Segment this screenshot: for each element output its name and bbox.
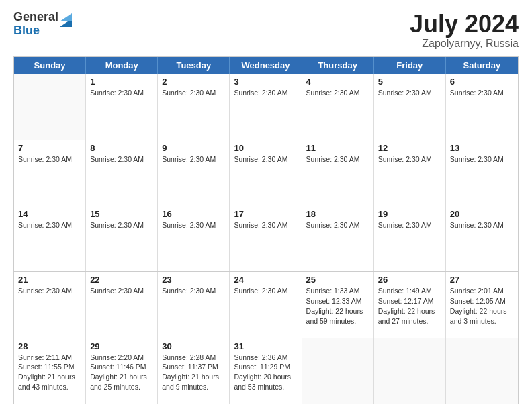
calendar-cell bbox=[374, 338, 446, 404]
cell-info: Sunrise: 2:30 AM bbox=[162, 286, 225, 296]
cell-info: Sunrise: 2:30 AM bbox=[306, 154, 369, 165]
day-number: 19 bbox=[378, 209, 441, 219]
day-number: 16 bbox=[162, 209, 225, 219]
title-block: July 2024 Zapolyarnyy, Russia bbox=[410, 11, 519, 50]
logo-text: General Blue bbox=[13, 11, 58, 38]
page: General Blue July 2024 Zapolyarnyy, Russ… bbox=[0, 0, 532, 411]
calendar-cell: 8Sunrise: 2:30 AM bbox=[86, 140, 158, 205]
day-number: 28 bbox=[18, 341, 81, 351]
calendar: SundayMondayTuesdayWednesdayThursdayFrid… bbox=[13, 56, 519, 404]
cell-info: Sunrise: 2:30 AM bbox=[234, 286, 297, 296]
day-number: 20 bbox=[450, 209, 514, 219]
day-number: 8 bbox=[90, 143, 153, 153]
day-number: 2 bbox=[162, 77, 225, 87]
header: General Blue July 2024 Zapolyarnyy, Russ… bbox=[13, 11, 519, 50]
calendar-row: 7Sunrise: 2:30 AM8Sunrise: 2:30 AM9Sunri… bbox=[14, 140, 518, 205]
calendar-body: 1Sunrise: 2:30 AM2Sunrise: 2:30 AM3Sunri… bbox=[14, 74, 518, 404]
calendar-cell: 24Sunrise: 2:30 AM bbox=[230, 272, 302, 337]
cal-header-cell: Monday bbox=[86, 57, 158, 74]
cell-info: Sunrise: 2:30 AM bbox=[234, 154, 297, 165]
logo-icon bbox=[60, 12, 72, 27]
calendar-cell: 31Sunrise: 2:36 AMSunset: 11:29 PMDaylig… bbox=[230, 338, 302, 404]
calendar-cell: 12Sunrise: 2:30 AM bbox=[374, 140, 446, 205]
day-number: 29 bbox=[90, 341, 153, 351]
calendar-cell: 3Sunrise: 2:30 AM bbox=[230, 74, 302, 140]
cal-header-cell: Saturday bbox=[446, 57, 518, 74]
calendar-cell: 9Sunrise: 2:30 AM bbox=[158, 140, 230, 205]
calendar-cell: 25Sunrise: 1:33 AMSunset: 12:33 AMDaylig… bbox=[302, 272, 374, 337]
cell-info: Sunrise: 2:30 AM bbox=[162, 88, 225, 98]
cell-info: Sunrise: 2:30 AM bbox=[90, 88, 153, 98]
calendar-header: SundayMondayTuesdayWednesdayThursdayFrid… bbox=[14, 57, 518, 74]
main-title: July 2024 bbox=[410, 11, 519, 38]
calendar-cell: 10Sunrise: 2:30 AM bbox=[230, 140, 302, 205]
cell-info: Sunrise: 2:30 AM bbox=[378, 88, 441, 98]
day-number: 9 bbox=[162, 143, 225, 153]
day-number: 12 bbox=[378, 143, 441, 153]
cell-info: Sunrise: 2:30 AM bbox=[90, 286, 153, 296]
calendar-cell: 30Sunrise: 2:28 AMSunset: 11:37 PMDaylig… bbox=[158, 338, 230, 404]
calendar-row: 21Sunrise: 2:30 AM22Sunrise: 2:30 AM23Su… bbox=[14, 271, 518, 337]
cal-header-cell: Tuesday bbox=[158, 57, 230, 74]
day-number: 7 bbox=[18, 143, 81, 153]
day-number: 22 bbox=[90, 275, 153, 285]
svg-marker-1 bbox=[60, 13, 72, 21]
calendar-cell: 20Sunrise: 2:30 AM bbox=[446, 206, 518, 271]
day-number: 1 bbox=[90, 77, 153, 87]
day-number: 5 bbox=[378, 77, 441, 87]
cell-info: Sunrise: 2:30 AM bbox=[306, 220, 369, 230]
calendar-cell: 28Sunrise: 2:11 AMSunset: 11:55 PMDaylig… bbox=[14, 338, 86, 404]
calendar-cell bbox=[14, 74, 86, 140]
cell-info: Sunrise: 2:36 AMSunset: 11:29 PMDaylight… bbox=[234, 353, 297, 392]
calendar-row: 28Sunrise: 2:11 AMSunset: 11:55 PMDaylig… bbox=[14, 338, 518, 404]
cell-info: Sunrise: 1:33 AMSunset: 12:33 AMDaylight… bbox=[306, 286, 369, 326]
day-number: 21 bbox=[18, 275, 81, 285]
calendar-cell: 13Sunrise: 2:30 AM bbox=[446, 140, 518, 205]
cell-info: Sunrise: 2:30 AM bbox=[90, 154, 153, 165]
calendar-cell: 15Sunrise: 2:30 AM bbox=[86, 206, 158, 271]
calendar-cell: 19Sunrise: 2:30 AM bbox=[374, 206, 446, 271]
day-number: 15 bbox=[90, 209, 153, 219]
day-number: 25 bbox=[306, 275, 369, 285]
cal-header-cell: Thursday bbox=[302, 57, 374, 74]
logo-general-text: General bbox=[13, 11, 58, 24]
calendar-cell bbox=[446, 338, 518, 404]
day-number: 14 bbox=[18, 209, 81, 219]
calendar-cell: 26Sunrise: 1:49 AMSunset: 12:17 AMDaylig… bbox=[374, 272, 446, 337]
day-number: 11 bbox=[306, 143, 369, 153]
subtitle: Zapolyarnyy, Russia bbox=[410, 38, 519, 50]
calendar-cell: 21Sunrise: 2:30 AM bbox=[14, 272, 86, 337]
day-number: 30 bbox=[162, 341, 225, 351]
cell-info: Sunrise: 2:30 AM bbox=[306, 88, 369, 98]
cell-info: Sunrise: 2:30 AM bbox=[234, 88, 297, 98]
day-number: 17 bbox=[234, 209, 297, 219]
cell-info: Sunrise: 1:49 AMSunset: 12:17 AMDaylight… bbox=[378, 286, 441, 326]
calendar-cell: 27Sunrise: 2:01 AMSunset: 12:05 AMDaylig… bbox=[446, 272, 518, 337]
cell-info: Sunrise: 2:30 AM bbox=[378, 154, 441, 165]
calendar-cell: 17Sunrise: 2:30 AM bbox=[230, 206, 302, 271]
cal-header-cell: Sunday bbox=[14, 57, 86, 74]
cell-info: Sunrise: 2:30 AM bbox=[450, 220, 514, 230]
calendar-cell: 29Sunrise: 2:20 AMSunset: 11:46 PMDaylig… bbox=[86, 338, 158, 404]
calendar-cell: 2Sunrise: 2:30 AM bbox=[158, 74, 230, 140]
day-number: 10 bbox=[234, 143, 297, 153]
calendar-cell: 4Sunrise: 2:30 AM bbox=[302, 74, 374, 140]
calendar-cell: 14Sunrise: 2:30 AM bbox=[14, 206, 86, 271]
logo-blue-text: Blue bbox=[13, 24, 58, 38]
cell-info: Sunrise: 2:30 AM bbox=[234, 220, 297, 230]
cell-info: Sunrise: 2:30 AM bbox=[18, 220, 81, 230]
calendar-cell: 16Sunrise: 2:30 AM bbox=[158, 206, 230, 271]
day-number: 26 bbox=[378, 275, 441, 285]
cell-info: Sunrise: 2:30 AM bbox=[450, 88, 514, 98]
day-number: 13 bbox=[450, 143, 514, 153]
cell-info: Sunrise: 2:30 AM bbox=[162, 154, 225, 165]
day-number: 18 bbox=[306, 209, 369, 219]
day-number: 31 bbox=[234, 341, 297, 351]
cell-info: Sunrise: 2:30 AM bbox=[18, 286, 81, 296]
calendar-cell: 18Sunrise: 2:30 AM bbox=[302, 206, 374, 271]
cell-info: Sunrise: 2:20 AMSunset: 11:46 PMDaylight… bbox=[90, 353, 153, 392]
calendar-row: 14Sunrise: 2:30 AM15Sunrise: 2:30 AM16Su… bbox=[14, 205, 518, 271]
cell-info: Sunrise: 2:28 AMSunset: 11:37 PMDaylight… bbox=[162, 353, 225, 392]
cell-info: Sunrise: 2:30 AM bbox=[450, 154, 514, 165]
cell-info: Sunrise: 2:11 AMSunset: 11:55 PMDaylight… bbox=[18, 353, 81, 392]
